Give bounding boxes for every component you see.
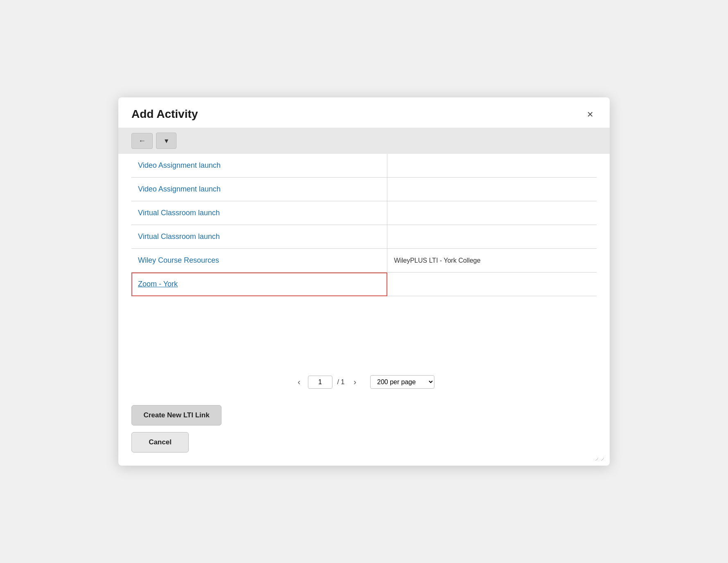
activity-link[interactable]: Zoom - York bbox=[138, 280, 178, 288]
prev-page-button[interactable]: ‹ bbox=[294, 376, 305, 388]
table-row: Video Assignment launch bbox=[131, 178, 597, 201]
activity-description bbox=[387, 178, 597, 201]
toolbar: ← ▾ bbox=[118, 128, 610, 154]
back-button[interactable]: ← bbox=[131, 133, 153, 149]
activity-description bbox=[387, 272, 597, 296]
table-row: Virtual Classroom launch bbox=[131, 225, 597, 249]
modal-title: Add Activity bbox=[131, 108, 198, 121]
modal-header: Add Activity × bbox=[118, 97, 610, 128]
table-row: Video Assignment launch bbox=[131, 154, 597, 178]
cancel-button[interactable]: Cancel bbox=[131, 432, 189, 453]
activity-link[interactable]: Virtual Classroom launch bbox=[138, 232, 220, 241]
activity-link[interactable]: Video Assignment launch bbox=[138, 185, 221, 193]
add-activity-modal: Add Activity × ← ▾ Video Assignment laun… bbox=[118, 97, 610, 466]
activity-link[interactable]: Video Assignment launch bbox=[138, 161, 221, 169]
page-input[interactable] bbox=[308, 376, 332, 389]
activity-link[interactable]: Wiley Course Resources bbox=[138, 256, 219, 264]
activity-description bbox=[387, 201, 597, 225]
close-button[interactable]: × bbox=[584, 107, 597, 121]
table-row: Zoom - York bbox=[131, 272, 597, 296]
pagination-row: ‹ / 1 › 10 per page25 per page50 per pag… bbox=[118, 365, 610, 399]
page-separator: / 1 bbox=[336, 378, 346, 386]
activity-table: Video Assignment launchVideo Assignment … bbox=[131, 154, 597, 296]
per-page-select[interactable]: 10 per page25 per page50 per page100 per… bbox=[370, 375, 434, 389]
activity-description: WileyPLUS LTI - York College bbox=[387, 249, 597, 272]
action-buttons: Create New LTI Link Cancel bbox=[118, 399, 610, 466]
activity-link[interactable]: Virtual Classroom launch bbox=[138, 209, 220, 217]
table-row: Wiley Course ResourcesWileyPLUS LTI - Yo… bbox=[131, 249, 597, 272]
create-lti-button[interactable]: Create New LTI Link bbox=[131, 405, 222, 426]
resize-handle[interactable]: ⟋⟋ bbox=[594, 456, 606, 462]
activity-description bbox=[387, 154, 597, 178]
dropdown-button[interactable]: ▾ bbox=[156, 133, 176, 149]
table-row: Virtual Classroom launch bbox=[131, 201, 597, 225]
activity-table-container: Video Assignment launchVideo Assignment … bbox=[118, 154, 610, 365]
next-page-button[interactable]: › bbox=[349, 376, 360, 388]
activity-description bbox=[387, 225, 597, 249]
